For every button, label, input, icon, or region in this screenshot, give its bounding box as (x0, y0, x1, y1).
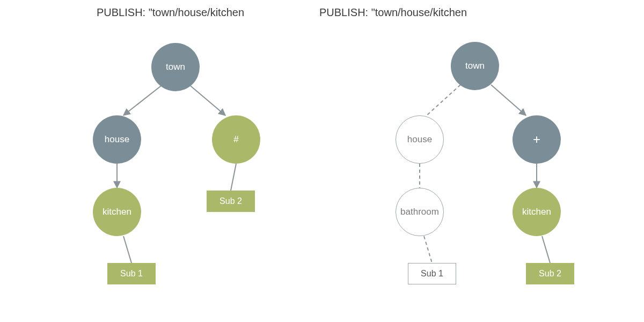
diagram-stage: PUBLISH: "town/house/kitchen town house … (0, 0, 644, 322)
node-left-hash: # (212, 115, 260, 164)
edge-left-town-hash (191, 86, 225, 115)
sub-right-sub2: Sub 2 (526, 263, 574, 284)
node-right-plus: + (513, 115, 561, 164)
edge-right-bathroom-sub1 (424, 236, 432, 263)
edge-left-town-house (123, 86, 161, 115)
node-right-house: house (396, 115, 444, 164)
edge-right-town-house (427, 85, 460, 115)
node-right-town: town (451, 42, 499, 90)
edge-right-town-plus (491, 85, 526, 115)
right-tree-title: PUBLISH: "town/house/kitchen (319, 6, 467, 19)
edge-left-hash-sub2 (231, 164, 236, 191)
edge-right-kitchen-sub2 (542, 236, 550, 263)
left-tree-title: PUBLISH: "town/house/kitchen (97, 6, 244, 19)
node-left-kitchen: kitchen (93, 188, 141, 236)
node-right-kitchen: kitchen (513, 188, 561, 236)
node-left-house: house (93, 115, 141, 164)
node-right-bathroom: bathroom (396, 188, 444, 236)
sub-right-sub1: Sub 1 (408, 263, 456, 284)
sub-left-sub1: Sub 1 (107, 263, 156, 284)
node-left-town: town (151, 43, 200, 91)
edge-left-kitchen-sub1 (123, 236, 131, 263)
sub-left-sub2: Sub 2 (207, 191, 255, 212)
